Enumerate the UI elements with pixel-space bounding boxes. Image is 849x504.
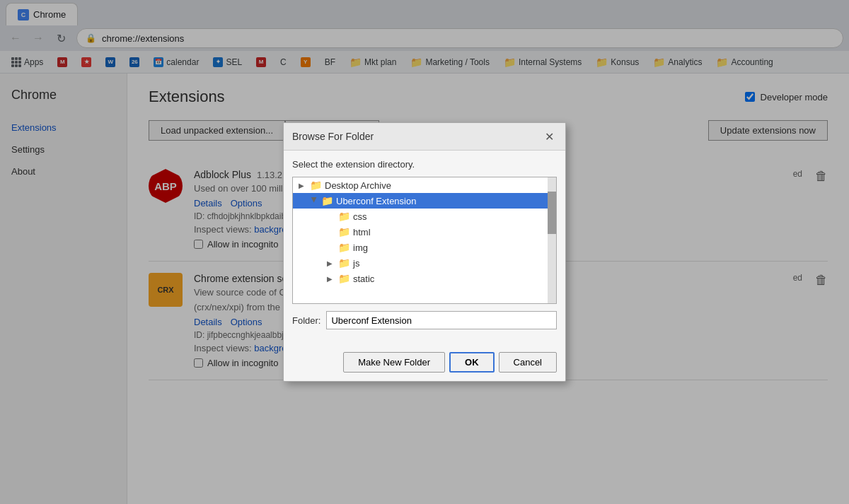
dialog-titlebar: Browse For Folder ✕ — [284, 123, 565, 151]
dialog-close-button[interactable]: ✕ — [541, 129, 557, 144]
tree-chevron-uberconf: ▶ — [311, 197, 318, 205]
tree-label-uberconf: Uberconf Extension — [336, 196, 416, 206]
tree-item-static[interactable]: ▶ 📁 static — [293, 271, 556, 286]
folder-icon-css: 📁 — [338, 211, 350, 222]
tree-label-desktop: Desktop Archive — [325, 180, 391, 191]
tree-label-js: js — [353, 258, 359, 269]
folder-icon-desktop: 📁 — [310, 180, 322, 191]
tree-item-js[interactable]: ▶ 📁 js — [293, 255, 556, 271]
browse-folder-dialog: Browse For Folder ✕ Select the extension… — [283, 122, 566, 382]
folder-icon-img: 📁 — [338, 242, 350, 253]
folder-input[interactable] — [326, 311, 557, 329]
dialog-footer: Make New Folder OK Cancel — [284, 346, 565, 381]
dialog-overlay: Browse For Folder ✕ Select the extension… — [0, 0, 849, 504]
folder-icon-js: 📁 — [338, 257, 350, 269]
tree-item-desktop-archive[interactable]: ▶ 📁 Desktop Archive — [293, 177, 556, 193]
folder-icon-uberconf: 📁 — [321, 195, 333, 206]
tree-scrollbar[interactable] — [548, 177, 556, 303]
make-new-folder-button[interactable]: Make New Folder — [343, 352, 445, 373]
tree-label-html: html — [353, 227, 371, 238]
tree-label-css: css — [353, 211, 367, 222]
cancel-button[interactable]: Cancel — [499, 352, 557, 373]
tree-chevron-desktop: ▶ — [299, 182, 307, 189]
dialog-body: Select the extension directory. ▶ 📁 Desk… — [284, 151, 565, 346]
folder-path-row: Folder: — [292, 311, 557, 329]
folder-label: Folder: — [292, 315, 320, 326]
tree-item-img[interactable]: ▶ 📁 img — [293, 240, 556, 255]
tree-label-static: static — [353, 274, 374, 284]
tree-scrollbar-thumb[interactable] — [548, 192, 556, 234]
folder-icon-static: 📁 — [338, 273, 350, 284]
tree-item-css[interactable]: ▶ 📁 css — [293, 209, 556, 224]
folder-tree[interactable]: ▶ 📁 Desktop Archive ▶ 📁 Uberconf Extensi… — [292, 177, 557, 304]
tree-chevron-static: ▶ — [327, 275, 335, 283]
tree-chevron-js: ▶ — [327, 259, 335, 267]
dialog-title: Browse For Folder — [292, 131, 374, 142]
tree-item-uberconf[interactable]: ▶ 📁 Uberconf Extension — [293, 193, 556, 209]
tree-label-img: img — [353, 242, 368, 253]
folder-icon-html: 📁 — [338, 226, 350, 238]
dialog-instruction: Select the extension directory. — [292, 159, 557, 170]
tree-item-html[interactable]: ▶ 📁 html — [293, 224, 556, 240]
ok-button[interactable]: OK — [449, 352, 495, 373]
